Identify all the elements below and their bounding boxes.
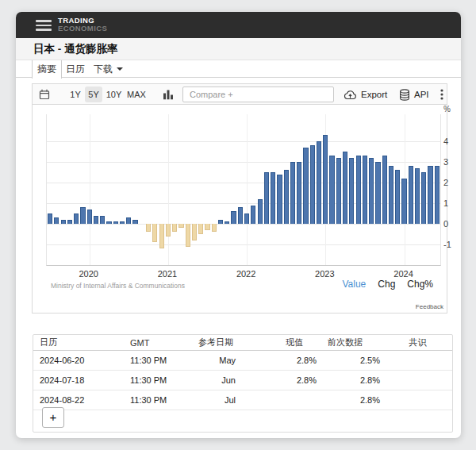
chart-bar bbox=[375, 162, 380, 224]
hamburger-menu-icon[interactable] bbox=[36, 20, 52, 31]
chart-bar bbox=[244, 213, 249, 224]
logo-line2: ECONOMICS bbox=[58, 25, 107, 33]
cell-r0-c1: 11:30 PM bbox=[124, 351, 192, 371]
chart-bar bbox=[382, 156, 387, 224]
title-bar: 日本 - 通货膨胀率 bbox=[16, 38, 461, 60]
chart-bar bbox=[238, 207, 243, 224]
table-body: 2024-06-2011:30 PMMay2.8%2.5%2024-07-181… bbox=[33, 351, 452, 410]
tab-label-summary: 摘要 bbox=[37, 63, 56, 76]
cell-r1-c2: Jun bbox=[192, 371, 239, 390]
cell-r1-c1: 11:30 PM bbox=[124, 371, 192, 390]
chart-link-chg[interactable]: Chg bbox=[378, 279, 395, 290]
chart-bar bbox=[212, 224, 217, 232]
chart-bar bbox=[389, 166, 393, 224]
calendar-icon[interactable] bbox=[39, 89, 50, 100]
table-row[interactable]: 2024-06-2011:30 PMMay2.8%2.5% bbox=[33, 351, 452, 371]
x-tick-label-2024: 2024 bbox=[386, 269, 421, 279]
calendar-table: 日历GMT参考日期现值前次数据共识 2024-06-2011:30 PMMay2… bbox=[33, 335, 452, 410]
chart-bar bbox=[251, 206, 255, 224]
chart-bar bbox=[146, 224, 151, 232]
range-button-5y[interactable]: 5Y bbox=[85, 87, 102, 102]
chart-bar bbox=[48, 213, 52, 224]
gridline-y-4 bbox=[47, 141, 440, 142]
cell-r1-c5 bbox=[383, 371, 452, 390]
chart-bar bbox=[186, 224, 190, 247]
chart-toolbar: 1Y5Y10YMAX Export bbox=[33, 84, 447, 105]
chart-link-chg-pct[interactable]: Chg% bbox=[407, 279, 433, 290]
chart-bar bbox=[401, 179, 406, 224]
add-button[interactable]: + bbox=[42, 407, 64, 428]
cell-r1-c3: 2.8% bbox=[239, 371, 320, 390]
table-row[interactable]: 2024-07-1811:30 PMJun2.8%2.8% bbox=[33, 371, 452, 390]
api-button[interactable]: API bbox=[399, 84, 429, 105]
chart-bar bbox=[363, 156, 367, 224]
chart-bar bbox=[198, 224, 203, 234]
range-button-1y[interactable]: 1Y bbox=[66, 87, 85, 102]
chart-bar bbox=[435, 166, 440, 224]
y-tick-label-3: 3 bbox=[443, 157, 464, 167]
chart-bar bbox=[132, 220, 137, 224]
chart-bar bbox=[61, 220, 66, 224]
gridline-y-2 bbox=[47, 183, 440, 183]
chart-bar bbox=[94, 216, 98, 224]
cell-r0-c3: 2.8% bbox=[239, 351, 320, 371]
chart-type-icon[interactable] bbox=[163, 89, 173, 99]
tab-download[interactable]: 下载 bbox=[94, 60, 123, 78]
gridline-x-2020 bbox=[90, 114, 90, 265]
chart-bar bbox=[100, 216, 105, 224]
api-database-icon bbox=[399, 89, 410, 101]
chart-plot-area bbox=[46, 114, 441, 266]
chart-bar bbox=[343, 152, 347, 224]
table-footer-row: + bbox=[33, 402, 452, 432]
chart-bar bbox=[205, 224, 209, 230]
range-button-max[interactable]: MAX bbox=[125, 87, 148, 102]
column-header-2: 参考日期 bbox=[192, 335, 239, 351]
cell-r1-c4: 2.8% bbox=[320, 371, 383, 390]
table-header-row: 日历GMT参考日期现值前次数据共识 bbox=[33, 335, 452, 351]
chart-bar bbox=[192, 224, 197, 240]
chart-bar bbox=[336, 158, 341, 224]
y-axis-unit-label: % bbox=[443, 105, 451, 113]
column-header-5: 共识 bbox=[383, 335, 452, 351]
chart-bar bbox=[231, 211, 236, 224]
range-button-10y[interactable]: 10Y bbox=[103, 87, 125, 102]
y-tick-label--1: -1 bbox=[443, 240, 464, 249]
cell-r0-c5 bbox=[383, 351, 452, 371]
brand-logo[interactable]: TRADING ECONOMICS bbox=[58, 17, 107, 33]
chart-bar bbox=[421, 172, 426, 224]
cell-r1-c0: 2024-07-18 bbox=[33, 371, 124, 390]
chart-bar bbox=[284, 170, 289, 224]
feedback-link[interactable]: Feedback bbox=[416, 303, 443, 310]
tab-label-download: 下载 bbox=[94, 63, 113, 76]
chart-bar bbox=[297, 162, 301, 224]
page-card: TRADING ECONOMICS 日本 - 通货膨胀率 摘要日历下载 1Y5Y… bbox=[16, 12, 461, 438]
chart-bar bbox=[258, 199, 263, 224]
gridline-x-2022 bbox=[247, 114, 248, 265]
chart-widget: 1Y5Y10YMAX Export bbox=[32, 83, 447, 313]
tab-summary[interactable]: 摘要 bbox=[32, 60, 62, 79]
api-label: API bbox=[414, 90, 429, 99]
chart-bar bbox=[369, 158, 374, 224]
chart-bar bbox=[277, 175, 282, 224]
chart-bar bbox=[218, 220, 223, 224]
chart-bar bbox=[67, 220, 72, 224]
chart-bar bbox=[74, 213, 79, 224]
cell-r0-c4: 2.5% bbox=[320, 351, 383, 371]
chart-bar bbox=[303, 148, 308, 224]
y-tick-label-1: 1 bbox=[443, 198, 464, 208]
column-header-3: 现值 bbox=[239, 335, 320, 351]
chart-bar bbox=[264, 172, 269, 224]
chart-link-value[interactable]: Value bbox=[342, 279, 366, 290]
chart-bar bbox=[54, 217, 59, 224]
tab-strip: 摘要日历下载 bbox=[16, 60, 461, 78]
export-button[interactable]: Export bbox=[344, 84, 387, 105]
y-tick-label-2: 2 bbox=[443, 178, 464, 187]
column-header-1: GMT bbox=[124, 335, 192, 351]
chart-bar bbox=[323, 135, 328, 224]
compare-input[interactable] bbox=[182, 87, 334, 102]
cell-r0-c0: 2024-06-20 bbox=[33, 351, 124, 371]
more-options-kebab-icon[interactable] bbox=[440, 89, 443, 100]
chart-bar bbox=[290, 162, 295, 224]
chart-bar bbox=[329, 156, 334, 224]
tab-calendar[interactable]: 日历 bbox=[66, 60, 85, 78]
